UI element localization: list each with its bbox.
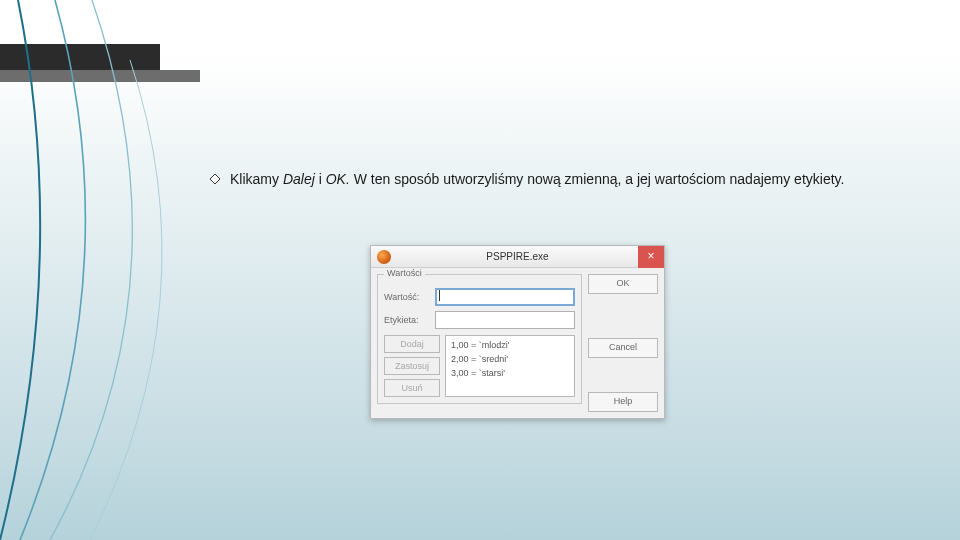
list-item[interactable]: 3,00 = `starsi' bbox=[451, 367, 569, 381]
titlebar[interactable]: PSPPIRE.exe × bbox=[371, 246, 664, 268]
ok-button[interactable]: OK bbox=[588, 274, 658, 294]
decor-bar-light bbox=[0, 70, 200, 82]
group-legend: Wartości bbox=[384, 268, 425, 278]
pspp-dialog: PSPPIRE.exe × Wartości Wartość: Etykieta… bbox=[370, 245, 665, 419]
bullet-diamond-icon bbox=[210, 174, 220, 184]
list-item[interactable]: 2,00 = `sredni' bbox=[451, 353, 569, 367]
cancel-button[interactable]: Cancel bbox=[588, 338, 658, 358]
values-listbox[interactable]: 1,00 = `mlodzi' 2,00 = `sredni' 3,00 = `… bbox=[445, 335, 575, 397]
etykieta-input[interactable] bbox=[435, 311, 575, 329]
bullet-text: Klikamy Dalej i OK. W ten sposób utworzy… bbox=[230, 170, 844, 189]
value-label: Wartość: bbox=[384, 292, 430, 302]
value-input[interactable] bbox=[435, 288, 575, 306]
add-button[interactable]: Dodaj bbox=[384, 335, 440, 353]
remove-button[interactable]: Usuń bbox=[384, 379, 440, 397]
values-groupbox: Wartości Wartość: Etykieta: Dodaj Zastos… bbox=[377, 274, 582, 404]
app-icon bbox=[377, 250, 391, 264]
decor-bar-dark bbox=[0, 44, 160, 70]
apply-button[interactable]: Zastosuj bbox=[384, 357, 440, 375]
svg-marker-0 bbox=[210, 174, 220, 184]
slide-body: Klikamy Dalej i OK. W ten sposób utworzy… bbox=[210, 170, 890, 189]
close-button[interactable]: × bbox=[638, 246, 664, 268]
window-title: PSPPIRE.exe bbox=[397, 251, 664, 262]
list-item[interactable]: 1,00 = `mlodzi' bbox=[451, 339, 569, 353]
help-button[interactable]: Help bbox=[588, 392, 658, 412]
etykieta-label: Etykieta: bbox=[384, 315, 430, 325]
